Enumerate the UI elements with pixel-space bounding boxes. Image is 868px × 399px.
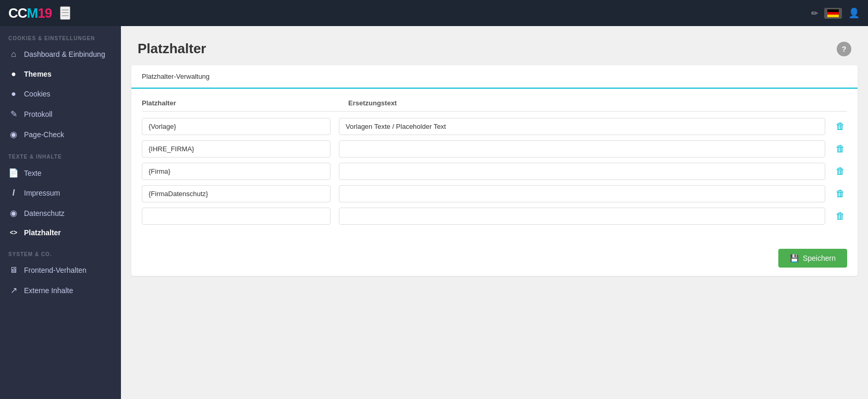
- sidebar-item-label: Externe Inhalte: [24, 286, 73, 295]
- sidebar-item-label: Frontend-Verhalten: [24, 266, 87, 274]
- ersetzung-input-4[interactable]: [339, 185, 825, 202]
- delete-button-3[interactable]: 🗑: [834, 164, 847, 179]
- hamburger-button[interactable]: ☰: [60, 6, 70, 20]
- help-button[interactable]: ?: [837, 42, 851, 56]
- table-header: Platzhalter Ersetzungstext: [142, 99, 847, 112]
- platzhalter-input-1[interactable]: [142, 118, 331, 135]
- col-header-platzhalter: Platzhalter: [142, 99, 340, 107]
- sidebar-item-themes[interactable]: ● Themes: [0, 64, 121, 84]
- sidebar-item-label: Protokoll: [24, 110, 52, 118]
- page-check-icon: ◉: [8, 129, 19, 139]
- sidebar-section-cookies: Cookies & Einstellungen: [0, 26, 121, 44]
- sidebar-item-label: Texte: [24, 169, 41, 177]
- sidebar-item-page-check[interactable]: ◉ Page-Check: [0, 124, 121, 144]
- platzhalter-input-2[interactable]: [142, 140, 331, 158]
- sidebar-item-frontend-verhalten[interactable]: 🖥 Frontend-Verhalten: [0, 260, 121, 280]
- topnav-left: CCM19 ☰: [8, 5, 70, 21]
- language-button[interactable]: [824, 8, 842, 19]
- externe-icon: ↗: [8, 285, 19, 295]
- user-button[interactable]: 👤: [848, 7, 860, 19]
- table-row: 🗑: [142, 185, 847, 202]
- texte-icon: 📄: [8, 168, 19, 178]
- table-row: 🗑: [142, 163, 847, 180]
- ersetzung-input-5[interactable]: [339, 208, 825, 225]
- themes-icon: ●: [8, 69, 19, 79]
- sidebar-item-dashboard[interactable]: ⌂ Dashboard & Einbindung: [0, 44, 121, 64]
- table-row: 🗑: [142, 118, 847, 135]
- sidebar-item-impressum[interactable]: I Impressum: [0, 183, 121, 203]
- sidebar-item-label: Cookies: [24, 90, 51, 98]
- save-icon: 💾: [790, 254, 799, 262]
- platzhalter-icon: <>: [8, 229, 19, 236]
- delete-button-5[interactable]: 🗑: [834, 209, 847, 224]
- delete-button-2[interactable]: 🗑: [834, 141, 847, 156]
- main-content: Platzhalter ? Platzhalter-Verwaltung Pla…: [121, 26, 868, 399]
- sidebar-item-platzhalter[interactable]: <> Platzhalter: [0, 223, 121, 242]
- page-title: Platzhalter: [138, 41, 206, 57]
- platzhalter-input-5[interactable]: [142, 208, 331, 225]
- sidebar-item-cookies[interactable]: ● Cookies: [0, 84, 121, 104]
- sidebar-item-externe-inhalte[interactable]: ↗ Externe Inhalte: [0, 280, 121, 300]
- table-row: 🗑: [142, 140, 847, 158]
- cookies-icon: ●: [8, 89, 19, 99]
- sidebar-section-texte: Texte & Inhalte: [0, 144, 121, 163]
- datenschutz-icon: ◉: [8, 208, 19, 218]
- ersetzung-input-3[interactable]: [339, 163, 825, 180]
- frontend-icon: 🖥: [8, 265, 19, 275]
- col-header-ersetzung: Ersetzungstext: [348, 99, 847, 107]
- ersetzung-input-1[interactable]: [339, 118, 825, 135]
- sidebar-section-system: System & Co.: [0, 242, 121, 260]
- platzhalter-input-3[interactable]: [142, 163, 331, 180]
- sidebar-item-texte[interactable]: 📄 Texte: [0, 163, 121, 183]
- sidebar: Cookies & Einstellungen ⌂ Dashboard & Ei…: [0, 26, 121, 399]
- topnav-right: ✏ 👤: [811, 7, 860, 19]
- sidebar-item-label: Dashboard & Einbindung: [24, 50, 105, 58]
- edit-button[interactable]: ✏: [811, 8, 818, 18]
- delete-button-4[interactable]: 🗑: [834, 186, 847, 201]
- card-footer: 💾 Speichern: [131, 240, 858, 276]
- platzhalter-input-4[interactable]: [142, 185, 331, 202]
- topnav: CCM19 ☰ ✏ 👤: [0, 0, 868, 26]
- table-container: Platzhalter Ersetzungstext 🗑 🗑: [131, 89, 858, 240]
- sidebar-item-datenschutz[interactable]: ◉ Datenschutz: [0, 203, 121, 223]
- flag-icon: [827, 9, 839, 17]
- sidebar-item-label: Page-Check: [24, 130, 64, 139]
- table-row: 🗑: [142, 208, 847, 225]
- sidebar-item-label: Platzhalter: [24, 228, 61, 237]
- impressum-icon: I: [8, 188, 19, 198]
- delete-button-1[interactable]: 🗑: [834, 119, 847, 134]
- layout: Cookies & Einstellungen ⌂ Dashboard & Ei…: [0, 26, 868, 399]
- save-label: Speichern: [803, 254, 836, 262]
- card-tab-verwaltung[interactable]: Platzhalter-Verwaltung: [131, 65, 858, 89]
- sidebar-item-label: Impressum: [24, 189, 60, 197]
- sidebar-item-label: Themes: [24, 70, 52, 78]
- save-button[interactable]: 💾 Speichern: [778, 249, 847, 268]
- logo: CCM19: [8, 5, 52, 21]
- sidebar-item-protokoll[interactable]: ✎ Protokoll: [0, 104, 121, 124]
- home-icon: ⌂: [8, 50, 19, 59]
- ersetzung-input-2[interactable]: [339, 140, 825, 158]
- protokoll-icon: ✎: [8, 109, 19, 119]
- sidebar-item-label: Datenschutz: [24, 209, 65, 217]
- content-card: Platzhalter-Verwaltung Platzhalter Erset…: [131, 65, 858, 276]
- page-header: Platzhalter ?: [121, 26, 868, 65]
